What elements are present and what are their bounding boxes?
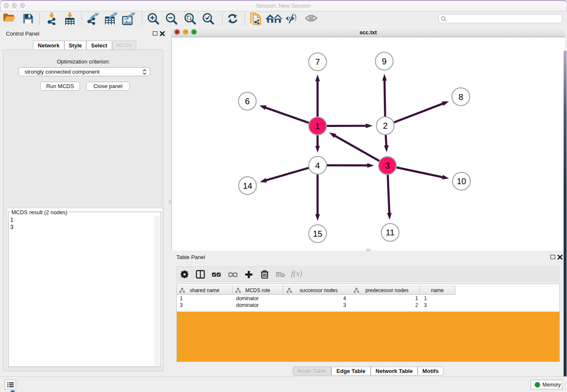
svg-text:14: 14 xyxy=(243,182,252,191)
svg-text:11: 11 xyxy=(386,228,395,237)
svg-text:3: 3 xyxy=(385,161,390,171)
svg-text:10: 10 xyxy=(457,177,466,186)
svg-text:1: 1 xyxy=(315,122,320,131)
svg-text:15: 15 xyxy=(313,229,322,239)
svg-text:2: 2 xyxy=(383,121,388,131)
svg-text:7: 7 xyxy=(315,58,320,67)
svg-text:4: 4 xyxy=(315,161,320,171)
svg-text:6: 6 xyxy=(245,97,250,106)
svg-text:8: 8 xyxy=(458,93,463,102)
svg-text:9: 9 xyxy=(382,57,386,66)
